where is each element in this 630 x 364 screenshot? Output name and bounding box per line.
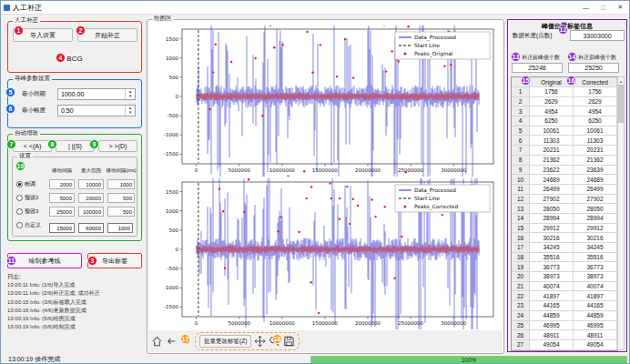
original-value[interactable]: 10061 bbox=[530, 126, 574, 136]
preset-row: 粗调 bbox=[15, 180, 47, 188]
preset-radio-自定义[interactable] bbox=[16, 222, 23, 228]
draw-refline-button[interactable]: 绘制参考线 bbox=[7, 253, 82, 268]
corrected-value[interactable]: 30216 bbox=[574, 233, 617, 243]
corrected-value[interactable]: 4954 bbox=[574, 106, 617, 116]
original-value[interactable]: 2629 bbox=[530, 97, 574, 107]
chart-peaks-original[interactable]: -1500-1000-50005001000150005000000100000… bbox=[151, 25, 501, 177]
corrected-value[interactable]: 21362 bbox=[574, 156, 617, 166]
min-amplitude-spinner[interactable]: ▴ ▾ bbox=[57, 105, 136, 116]
original-value[interactable]: 26499 bbox=[530, 185, 574, 195]
original-value[interactable]: 21362 bbox=[530, 156, 574, 166]
table-scrollbar[interactable]: ▲ bbox=[617, 76, 625, 350]
annotation-circle-17: 17 bbox=[180, 334, 190, 344]
corrected-value[interactable]: 36773 bbox=[574, 262, 617, 272]
original-value[interactable]: 44165 bbox=[530, 301, 574, 311]
corrected-value[interactable]: 48911 bbox=[574, 330, 617, 340]
corrected-value[interactable]: 41897 bbox=[574, 291, 617, 301]
original-value[interactable]: 24689 bbox=[530, 175, 574, 185]
original-value[interactable]: 30216 bbox=[530, 233, 574, 243]
preset-radio-粗调[interactable] bbox=[16, 181, 23, 187]
original-value[interactable]: 20231 bbox=[530, 146, 574, 156]
save-icon[interactable] bbox=[283, 335, 295, 348]
original-value[interactable]: 27902 bbox=[530, 195, 574, 205]
original-value[interactable]: 40074 bbox=[530, 282, 574, 292]
preset-value-input[interactable] bbox=[78, 223, 104, 233]
min-interval-input[interactable] bbox=[58, 91, 115, 97]
preset-radio-预设3[interactable] bbox=[16, 208, 23, 215]
move-left-button[interactable]: < <(A) bbox=[13, 140, 52, 152]
svg-text:25000000: 25000000 bbox=[398, 167, 423, 173]
start-correction-button[interactable]: 开始补正 bbox=[77, 28, 137, 42]
corrected-value[interactable]: 35516 bbox=[574, 253, 617, 263]
original-value[interactable]: 35516 bbox=[530, 253, 574, 263]
chart-peaks-corrected[interactable]: -1500-1000-50005001000150005000000100000… bbox=[151, 178, 501, 329]
corrected-value[interactable]: 38973 bbox=[574, 272, 617, 282]
original-value[interactable]: 44859 bbox=[530, 311, 574, 321]
original-value[interactable]: 48911 bbox=[530, 330, 574, 340]
corrected-value[interactable]: 23639 bbox=[574, 166, 617, 176]
corrected-value[interactable]: 46995 bbox=[574, 321, 617, 331]
scrollbar-thumb[interactable] bbox=[618, 85, 624, 123]
settings-col-header: 移动间隔(ms) bbox=[106, 167, 137, 174]
annotation-circle-7: 7 bbox=[6, 139, 16, 149]
corrected-value[interactable]: 28994 bbox=[574, 214, 617, 224]
preset-radio-预设2[interactable] bbox=[16, 195, 23, 201]
spin-down-icon[interactable]: ▾ bbox=[126, 110, 135, 116]
original-value[interactable]: 4954 bbox=[530, 106, 574, 116]
corrected-value[interactable]: 28050 bbox=[574, 204, 617, 214]
scroll-up-icon[interactable]: ▲ bbox=[618, 77, 624, 85]
min-interval-spinner[interactable]: ▴ ▾ bbox=[57, 88, 136, 100]
row-number: 17 bbox=[512, 243, 530, 253]
preset-value: 2000 bbox=[49, 179, 75, 189]
original-value[interactable]: 11303 bbox=[530, 136, 574, 146]
corrected-value[interactable]: 1756 bbox=[574, 87, 617, 97]
original-value[interactable]: 23622 bbox=[530, 166, 574, 176]
corrected-value[interactable]: 44165 bbox=[574, 301, 617, 311]
original-value[interactable]: 41897 bbox=[530, 291, 574, 301]
group-title: 设置 bbox=[17, 153, 33, 159]
batch-edit-labels-button[interactable]: 批量更改标签(Z) bbox=[199, 335, 251, 348]
original-value[interactable]: 28994 bbox=[530, 214, 574, 224]
manual-correction-group: 人工补正 导入设置 开始补正 BCG bbox=[7, 21, 142, 73]
close-button[interactable]: ✕ bbox=[612, 1, 629, 14]
preset-value-cell bbox=[106, 217, 137, 234]
corrected-value[interactable]: 2629 bbox=[574, 97, 617, 107]
corrected-value[interactable]: 34245 bbox=[574, 243, 617, 253]
original-value[interactable]: 1756 bbox=[530, 87, 574, 97]
corrected-value[interactable]: 29912 bbox=[574, 224, 617, 234]
original-value[interactable]: 6250 bbox=[530, 116, 574, 126]
corrected-value[interactable]: 26499 bbox=[574, 185, 617, 195]
original-value[interactable]: 36773 bbox=[530, 262, 574, 272]
corrected-value[interactable]: 11303 bbox=[574, 136, 617, 146]
original-value[interactable]: 49054 bbox=[530, 340, 574, 350]
corrected-value[interactable]: 24689 bbox=[574, 175, 617, 185]
toolbar-highlight-box: 批量更改标签(Z) bbox=[195, 332, 300, 350]
corrected-value[interactable]: 40074 bbox=[574, 282, 617, 292]
preset-value-input[interactable] bbox=[107, 223, 133, 233]
svg-text:-500: -500 bbox=[168, 266, 179, 271]
original-value[interactable]: 29912 bbox=[530, 224, 574, 234]
corrected-value[interactable]: 27902 bbox=[574, 195, 617, 205]
back-icon[interactable] bbox=[166, 335, 178, 348]
minimize-button[interactable]: — bbox=[577, 1, 594, 14]
preset-value-input[interactable] bbox=[49, 223, 75, 233]
original-value[interactable]: 38973 bbox=[530, 272, 574, 282]
original-value[interactable]: 34245 bbox=[530, 243, 574, 253]
corrected-value[interactable]: 10061 bbox=[574, 126, 617, 136]
corrected-value[interactable]: 6250 bbox=[574, 116, 617, 126]
spin-down-icon[interactable]: ▾ bbox=[126, 94, 135, 99]
corrected-value[interactable]: 44859 bbox=[574, 311, 617, 321]
move-right-button[interactable]: > >(D) bbox=[98, 140, 137, 152]
home-icon[interactable] bbox=[151, 335, 163, 348]
window-controls: — □ ✕ bbox=[577, 1, 629, 14]
svg-text:20000000: 20000000 bbox=[355, 167, 381, 173]
auto-adjust-group: 自动增改 < <(A) | |(S) > >(D) 设置 移动间隔最大范围移动间… bbox=[7, 134, 142, 241]
corrected-value[interactable]: 49054 bbox=[574, 340, 617, 350]
original-value[interactable]: 46995 bbox=[530, 321, 574, 331]
maximize-button[interactable]: □ bbox=[594, 1, 612, 14]
pan-icon[interactable] bbox=[254, 335, 266, 348]
min-amplitude-input[interactable] bbox=[58, 107, 115, 114]
original-value[interactable]: 28050 bbox=[530, 204, 574, 214]
svg-text:Data_Processed: Data_Processed bbox=[414, 35, 456, 41]
corrected-value[interactable]: 20231 bbox=[574, 146, 617, 156]
